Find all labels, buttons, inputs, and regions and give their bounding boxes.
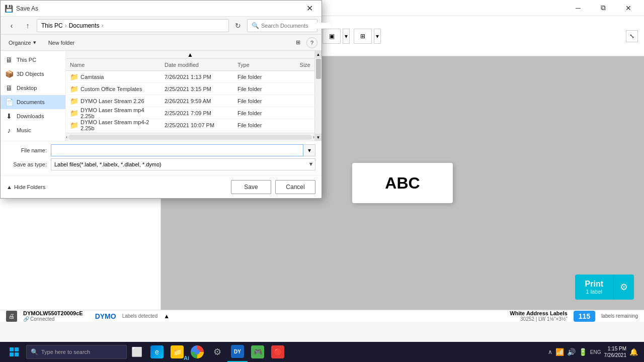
file-type-dymo-mp4-2-225b: File folder	[233, 122, 285, 128]
help-button[interactable]: ?	[306, 37, 317, 48]
nav-item-desktop[interactable]: 🖥 Desktop	[1, 81, 65, 95]
file-row-dymo-226[interactable]: 📁 DYMO Laser Stream 2.26 2/26/2021 9:59 …	[66, 95, 314, 107]
scroll-up-button[interactable]: ▲	[315, 51, 322, 58]
taskbar-item-app2[interactable]: 🔴	[268, 342, 288, 362]
cancel-button[interactable]: Cancel	[275, 180, 315, 194]
scroll-down-button[interactable]: ▼	[315, 134, 322, 141]
3d-objects-label: 3D Objects	[17, 71, 44, 77]
file-explorer-icon: 📁	[171, 345, 184, 358]
taskbar-item-app1[interactable]: 🎮	[248, 342, 268, 362]
nav-up-button[interactable]: ↑	[21, 19, 35, 33]
print-settings-button[interactable]: ⚙	[614, 275, 634, 300]
tray-expand-button[interactable]: ∧	[548, 348, 552, 355]
taskbar-item-chrome[interactable]	[187, 342, 207, 362]
nav-item-documents[interactable]: 📄 Documents	[1, 95, 65, 109]
labels-collapse-button[interactable]: ▲	[164, 313, 170, 320]
dialog-scrollbar: ▲ ▼	[314, 51, 321, 141]
col-header-date[interactable]: Date modified	[160, 62, 233, 68]
save-button[interactable]: Save	[231, 180, 271, 194]
file-row-dymo-mp4-2-225b[interactable]: 📁 DYMO Laser Stream mp4-2 2.25b 2/25/202…	[66, 119, 314, 131]
filename-input[interactable]	[51, 144, 303, 156]
col-header-size[interactable]: Size	[285, 62, 314, 68]
taskbar: 🔍 Type here to search ⬜ e 📁 ⚙ DY 🎮 🔴 Ai …	[0, 342, 644, 362]
dialog-action-buttons: Save Cancel	[231, 180, 315, 194]
search-box[interactable]: 🔍	[247, 19, 317, 32]
scroll-up-indicator[interactable]: ▲	[66, 51, 314, 59]
expand-btn[interactable]: ⤡	[626, 30, 638, 42]
taskbar-item-edge[interactable]: e	[147, 342, 167, 362]
taskbar-item-task-view[interactable]: ⬜	[127, 342, 147, 362]
view-dropdown-2[interactable]: ▾	[343, 29, 350, 44]
new-folder-button[interactable]: New folder	[44, 37, 79, 49]
nav-back-button[interactable]: ‹	[5, 19, 19, 33]
filename-input-wrapper: ▾	[51, 144, 315, 156]
nav-item-downloads[interactable]: ⬇ Downloads	[1, 109, 65, 123]
nav-item-this-pc[interactable]: 🖥 This PC	[1, 53, 65, 67]
savetype-row: Save as type: Label files(*.label, *.lab…	[7, 158, 315, 170]
scroll-thumb[interactable]	[316, 59, 321, 79]
print-label: Print	[585, 280, 603, 289]
dialog-title-text: Save As	[16, 5, 38, 12]
file-row-custom-office[interactable]: 📁 Custom Office Templates 2/25/2021 3:15…	[66, 83, 314, 95]
task-view-icon: ⬜	[131, 346, 142, 357]
volume-tray-icon: 🔊	[567, 348, 576, 356]
refresh-button[interactable]: ↻	[231, 19, 245, 33]
win-logo-q3	[10, 352, 14, 356]
breadcrumb-bar[interactable]: This PC › Documents ›	[37, 19, 229, 32]
filename-dropdown-button[interactable]: ▾	[303, 144, 315, 156]
restore-button[interactable]: ⧉	[592, 0, 615, 16]
view-btn-2[interactable]: ▣	[323, 29, 341, 44]
view-btn-3[interactable]: ⊞	[354, 29, 372, 44]
notification-button[interactable]: 🔔	[629, 348, 638, 356]
start-button[interactable]	[2, 342, 26, 362]
view-controls: ⊞ ?	[292, 37, 317, 49]
folder-icon-3: 📁	[70, 97, 78, 105]
savetype-select[interactable]: Label files(*.label, *.labelx, *.dlabel,…	[51, 158, 315, 170]
col-header-type[interactable]: Type	[233, 62, 285, 68]
taskbar-item-settings[interactable]: ⚙	[207, 342, 227, 362]
label-preview: ABC	[352, 163, 453, 203]
desktop-icon: 🖥	[5, 84, 14, 92]
labels-detected-text: Labels detected	[122, 313, 158, 319]
print-button[interactable]: Print 1 label	[575, 275, 614, 300]
dialog-title-icon: 💾	[5, 5, 13, 13]
organize-button[interactable]: Organize ▾	[5, 37, 40, 49]
search-input[interactable]	[261, 23, 331, 29]
file-row-camtasia[interactable]: 📁 Camtasia 7/26/2021 1:13 PM File folder	[66, 71, 314, 83]
printer-status: Connected	[30, 316, 54, 322]
view-toggle-button[interactable]: ⊞	[292, 37, 304, 49]
dymo-brand: DYMO	[95, 312, 116, 320]
file-list: 📁 Camtasia 7/26/2021 1:13 PM File folder…	[66, 71, 314, 133]
file-type-dymo-226: File folder	[233, 98, 285, 104]
taskbar-item-dymo[interactable]: DY	[227, 342, 248, 362]
file-row-dymo-mp4-225b[interactable]: 📁 DYMO Laser Stream mp4 2.25b 2/25/2021 …	[66, 107, 314, 119]
nav-item-3d-objects[interactable]: 📦 3D Objects	[1, 67, 65, 81]
file-name-custom-office: Custom Office Templates	[80, 86, 142, 92]
bottom-bar: 🖨 DYMOLW550T20009cE 🔗 Connected DYMO Lab…	[0, 310, 644, 322]
music-label: Music	[17, 127, 31, 133]
win-logo-q1	[10, 347, 14, 351]
minimize-button[interactable]: ─	[567, 0, 590, 16]
hscroll-left-button[interactable]: ‹	[66, 134, 67, 140]
dialog-close-button[interactable]: ✕	[301, 1, 317, 17]
view-dropdown-3[interactable]: ▾	[374, 29, 381, 44]
new-folder-label: New folder	[48, 40, 75, 46]
chrome-center	[195, 349, 200, 354]
battery-tray-icon: 🔋	[579, 348, 587, 356]
hide-folders-label: Hide Folders	[14, 184, 45, 190]
breadcrumb-sep1: ›	[65, 22, 67, 29]
printer-icon: 🖨	[6, 311, 17, 322]
win-logo-q2	[15, 347, 19, 351]
3d-objects-icon: 📦	[5, 70, 14, 78]
file-name-dymo-mp4-2-225b: DYMO Laser Stream mp4-2 2.25b	[80, 119, 156, 131]
col-header-name[interactable]: Name	[66, 62, 160, 68]
nav-item-pictures[interactable]: 🖼 Pictures	[1, 137, 65, 141]
time-display[interactable]: 1:15 PM 7/26/2021	[604, 345, 627, 358]
dialog-toolbar: Organize ▾ New folder ⊞ ?	[1, 35, 321, 51]
taskbar-search-bar[interactable]: 🔍 Type here to search	[26, 345, 127, 359]
nav-item-music[interactable]: ♪ Music	[1, 123, 65, 137]
network-tray-icon: 📶	[555, 348, 564, 356]
close-button[interactable]: ✕	[617, 0, 640, 16]
hscroll-track[interactable]	[68, 135, 311, 140]
hide-folders-button[interactable]: ▲ Hide Folders	[7, 184, 45, 190]
